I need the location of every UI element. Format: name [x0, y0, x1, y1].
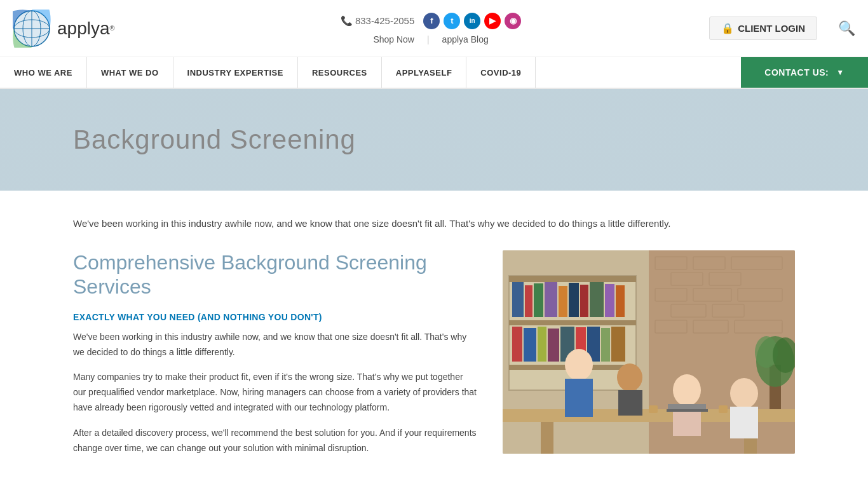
svg-rect-43: [611, 327, 625, 362]
svg-point-53: [730, 378, 758, 409]
hero-title: Background Screening: [73, 125, 356, 155]
svg-rect-50: [618, 390, 642, 416]
svg-rect-30: [569, 283, 579, 317]
body-paragraph-1: We've been working in this industry awhi…: [73, 330, 477, 360]
body-paragraph-2: Many companies try to make their product…: [73, 370, 477, 415]
search-button[interactable]: 🔍: [838, 20, 855, 37]
svg-rect-29: [559, 286, 567, 317]
svg-rect-38: [548, 329, 559, 362]
svg-rect-45: [541, 422, 553, 454]
nav-item-who-we-are[interactable]: WHO WE ARE: [0, 57, 87, 88]
body-paragraph-3: After a detailed discovery process, we'l…: [73, 426, 477, 456]
svg-rect-22: [509, 276, 636, 282]
nav-item-covid19[interactable]: COVID-19: [466, 57, 536, 88]
shop-now-link[interactable]: Shop Now: [373, 34, 414, 44]
logo-globe-icon: [13, 10, 51, 48]
svg-rect-56: [667, 409, 708, 412]
contact-us-label: CONTACT US:: [764, 67, 829, 78]
content-image: [503, 250, 795, 454]
nav-item-what-we-do[interactable]: WHAT WE DO: [87, 57, 173, 88]
lock-icon: 🔒: [721, 22, 734, 34]
nav-item-applyaself[interactable]: APPLYASELF: [382, 57, 467, 88]
youtube-icon[interactable]: ▶: [484, 13, 501, 29]
phone-number: 833-425-2055: [355, 15, 414, 26]
chevron-down-icon: ▼: [836, 68, 844, 77]
svg-rect-35: [512, 327, 522, 362]
svg-rect-54: [730, 407, 758, 438]
nav-item-industry-expertise[interactable]: INDUSTRY EXPERTISE: [173, 57, 298, 88]
svg-rect-37: [538, 327, 546, 362]
contact-row: 📞 833-425-2055 f t in ▶ ◉: [341, 13, 521, 29]
top-right: 🔍: [817, 20, 855, 37]
top-nav-links: Shop Now | applya Blog: [373, 34, 488, 44]
svg-rect-26: [525, 285, 532, 317]
main-nav: WHO WE ARE WHAT WE DO INDUSTRY EXPERTISE…: [0, 57, 868, 89]
svg-rect-23: [509, 320, 636, 325]
svg-rect-28: [545, 282, 557, 317]
phone-icon: 📞: [341, 15, 353, 27]
svg-rect-55: [668, 404, 706, 409]
svg-rect-57: [649, 405, 658, 413]
section-title: Comprehensive Background Screening Servi…: [73, 250, 477, 299]
nav-item-resources[interactable]: RESOURCES: [298, 57, 382, 88]
nav-separator-1: |: [427, 34, 430, 44]
svg-rect-42: [601, 328, 610, 362]
svg-rect-48: [565, 379, 593, 417]
svg-rect-36: [524, 328, 536, 362]
linkedin-icon[interactable]: in: [464, 13, 480, 29]
client-login-label: CLIENT LOGIN: [738, 23, 805, 34]
logo-area: applya®: [13, 10, 153, 48]
top-bar: applya® 📞 833-425-2055 f t in ▶ ◉ Shop N…: [0, 0, 868, 57]
svg-point-51: [673, 374, 701, 406]
social-icons: f t in ▶ ◉: [423, 13, 521, 29]
hero-banner: Background Screening: [0, 89, 868, 191]
svg-rect-33: [605, 284, 614, 317]
main-content: We've been working in this industry awhi…: [0, 191, 868, 488]
office-scene-svg: [503, 250, 795, 454]
twitter-icon[interactable]: t: [444, 13, 460, 29]
svg-point-49: [617, 363, 642, 391]
svg-rect-34: [616, 285, 625, 317]
svg-rect-25: [512, 282, 524, 317]
svg-rect-32: [590, 282, 604, 317]
svg-rect-27: [534, 283, 543, 317]
svg-rect-58: [719, 405, 728, 413]
facebook-icon[interactable]: f: [423, 13, 440, 29]
client-login-button[interactable]: 🔒 CLIENT LOGIN: [709, 17, 817, 40]
main-nav-items: WHO WE ARE WHAT WE DO INDUSTRY EXPERTISE…: [0, 57, 741, 88]
instagram-icon[interactable]: ◉: [505, 13, 521, 29]
logo-text: applya®: [57, 18, 115, 39]
phone-link[interactable]: 📞 833-425-2055: [341, 15, 414, 27]
subsection-title: EXACTLY WHAT YOU NEED (AND NOTHING YOU D…: [73, 312, 477, 322]
blog-link[interactable]: applya Blog: [442, 34, 489, 44]
content-left: Comprehensive Background Screening Servi…: [73, 250, 477, 466]
svg-point-47: [565, 349, 593, 381]
intro-text: We've been working in this industry awhi…: [73, 216, 795, 231]
contact-us-button[interactable]: CONTACT US: ▼: [741, 57, 868, 88]
svg-rect-31: [580, 285, 588, 317]
content-row: Comprehensive Background Screening Servi…: [73, 250, 795, 466]
top-center: 📞 833-425-2055 f t in ▶ ◉ Shop Now | app…: [153, 13, 709, 44]
